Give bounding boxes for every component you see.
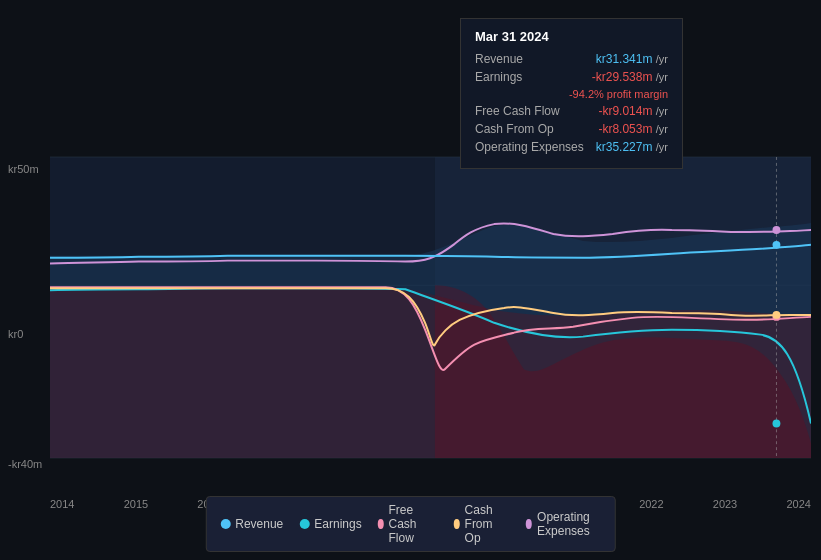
tooltip-value-earnings: -kr29.538m /yr <box>592 70 668 84</box>
legend-dot-earnings <box>299 519 309 529</box>
legend-label-fcf: Free Cash Flow <box>388 503 437 545</box>
x-label-2023: 2023 <box>713 498 737 510</box>
tooltip-value-fcf: -kr9.014m /yr <box>598 104 668 118</box>
y-label-bottom: -kr40m <box>8 458 42 470</box>
y-label-mid: kr0 <box>8 328 23 340</box>
tooltip-label-fcf: Free Cash Flow <box>475 104 560 118</box>
legend-dot-opex <box>526 519 532 529</box>
tooltip-row-profit-margin: -94.2% profit margin <box>475 88 668 100</box>
tooltip-row-earnings: Earnings -kr29.538m /yr <box>475 70 668 84</box>
legend-label-cashfromop: Cash From Op <box>465 503 511 545</box>
legend-item-fcf[interactable]: Free Cash Flow <box>378 503 438 545</box>
svg-point-7 <box>773 420 781 428</box>
tooltip-row-cashfromop: Cash From Op -kr8.053m /yr <box>475 122 668 136</box>
x-label-2014: 2014 <box>50 498 74 510</box>
tooltip-value-opex: kr35.227m /yr <box>596 140 668 154</box>
tooltip-value-revenue: kr31.341m /yr <box>596 52 668 66</box>
legend-label-revenue: Revenue <box>235 517 283 531</box>
tooltip-label-cashfromop: Cash From Op <box>475 122 554 136</box>
data-tooltip: Mar 31 2024 Revenue kr31.341m /yr Earnin… <box>460 18 683 169</box>
chart-legend: Revenue Earnings Free Cash Flow Cash Fro… <box>205 496 616 552</box>
chart-svg <box>50 155 811 460</box>
legend-dot-fcf <box>378 519 384 529</box>
tooltip-label-opex: Operating Expenses <box>475 140 584 154</box>
x-label-2015: 2015 <box>124 498 148 510</box>
tooltip-title: Mar 31 2024 <box>475 29 668 44</box>
tooltip-value-profit-margin: -94.2% profit margin <box>569 88 668 100</box>
tooltip-row-fcf: Free Cash Flow -kr9.014m /yr <box>475 104 668 118</box>
y-label-top: kr50m <box>8 163 39 175</box>
legend-item-cashfromop[interactable]: Cash From Op <box>454 503 510 545</box>
legend-label-opex: Operating Expenses <box>537 510 601 538</box>
svg-point-6 <box>773 241 781 249</box>
legend-dot-revenue <box>220 519 230 529</box>
svg-point-10 <box>773 226 781 234</box>
x-label-2024: 2024 <box>786 498 810 510</box>
legend-item-revenue[interactable]: Revenue <box>220 503 283 545</box>
tooltip-label-earnings: Earnings <box>475 70 522 84</box>
legend-dot-cashfromop <box>454 519 460 529</box>
legend-item-opex[interactable]: Operating Expenses <box>526 503 601 545</box>
legend-label-earnings: Earnings <box>314 517 361 531</box>
x-label-2022: 2022 <box>639 498 663 510</box>
svg-point-9 <box>773 311 781 319</box>
tooltip-value-cashfromop: -kr8.053m /yr <box>598 122 668 136</box>
legend-item-earnings[interactable]: Earnings <box>299 503 361 545</box>
tooltip-row-opex: Operating Expenses kr35.227m /yr <box>475 140 668 154</box>
tooltip-label-revenue: Revenue <box>475 52 523 66</box>
tooltip-row-revenue: Revenue kr31.341m /yr <box>475 52 668 66</box>
